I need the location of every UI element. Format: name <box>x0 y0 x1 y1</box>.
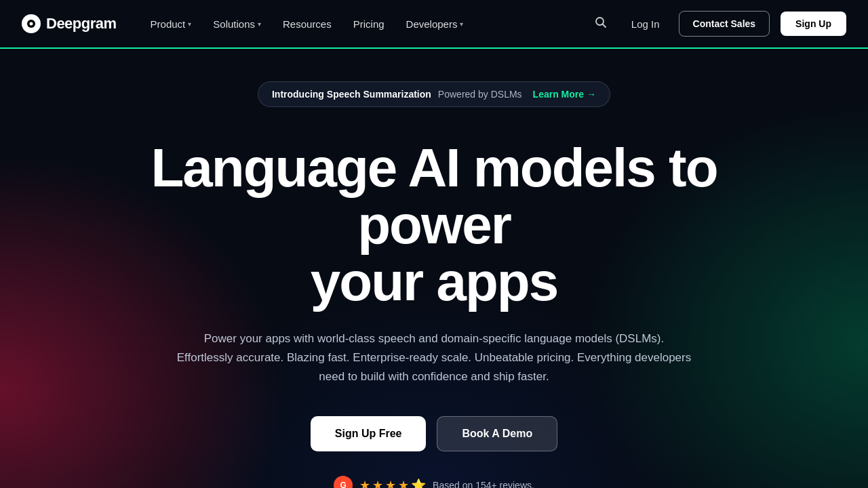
nav-right: Log In Contact Sales Sign Up <box>589 11 846 37</box>
cta-buttons: Sign Up Free Book A Demo <box>311 416 557 451</box>
nav-item-developers[interactable]: Developers ▾ <box>397 13 473 35</box>
logo-text: Deepgram <box>46 15 117 33</box>
nav-item-solutions[interactable]: Solutions ▾ <box>203 13 271 35</box>
stars-container: ★ ★ ★ ★ ⭐ <box>359 478 426 488</box>
chevron-down-icon: ▾ <box>188 20 191 28</box>
logo-icon <box>22 14 41 33</box>
signup-nav-button[interactable]: Sign Up <box>781 12 846 36</box>
nav-left: Deepgram Product ▾ Solutions ▾ Resources… <box>22 13 473 35</box>
navbar: Deepgram Product ▾ Solutions ▾ Resources… <box>0 0 868 49</box>
star-2: ★ <box>372 478 383 488</box>
hero-subtext: Power your apps with world-class speech … <box>176 329 692 386</box>
nav-links: Product ▾ Solutions ▾ Resources Pricing … <box>141 13 473 35</box>
learn-more-link[interactable]: Learn More → <box>533 89 596 100</box>
svg-point-2 <box>30 22 33 26</box>
announcement-regular: Powered by DSLMs <box>438 89 522 100</box>
search-icon <box>595 16 607 28</box>
g2-badge: G <box>334 476 353 488</box>
announcement-bold: Introducing Speech Summarization <box>272 89 431 100</box>
chevron-down-icon: ▾ <box>258 20 261 28</box>
svg-line-4 <box>602 24 606 27</box>
nav-item-resources[interactable]: Resources <box>273 13 341 35</box>
contact-sales-button[interactable]: Contact Sales <box>679 11 770 37</box>
hero-section: Introducing Speech Summarization Powered… <box>0 49 868 488</box>
nav-item-pricing[interactable]: Pricing <box>344 13 394 35</box>
logo[interactable]: Deepgram <box>22 14 117 33</box>
search-button[interactable] <box>589 11 612 37</box>
star-3: ★ <box>385 478 396 488</box>
announcement-banner[interactable]: Introducing Speech Summarization Powered… <box>258 81 610 107</box>
login-link[interactable]: Log In <box>623 13 668 35</box>
reviews-row: G ★ ★ ★ ★ ⭐ Based on 154+ reviews. <box>334 476 534 488</box>
signup-free-button[interactable]: Sign Up Free <box>311 416 427 451</box>
chevron-down-icon: ▾ <box>460 20 463 28</box>
star-1: ★ <box>359 478 370 488</box>
star-4: ★ <box>398 478 409 488</box>
star-5: ⭐ <box>411 478 426 488</box>
nav-item-product[interactable]: Product ▾ <box>141 13 201 35</box>
book-demo-button[interactable]: Book A Demo <box>437 416 557 451</box>
hero-heading: Language AI models to power your apps <box>129 140 739 310</box>
review-text: Based on 154+ reviews. <box>433 480 534 488</box>
